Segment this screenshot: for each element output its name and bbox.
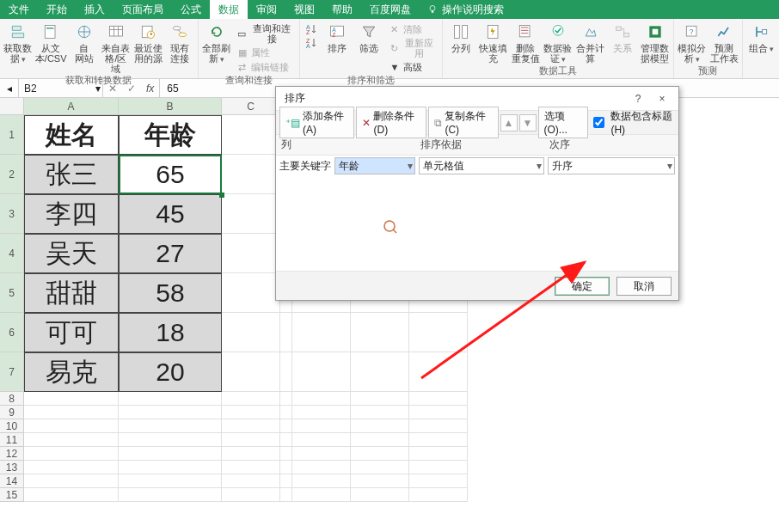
tab-baidu[interactable]: 百度网盘 xyxy=(361,0,420,19)
ok-button[interactable]: 确定 xyxy=(555,277,610,296)
options-button[interactable]: 选项(O)... xyxy=(538,107,589,138)
cell-K10[interactable] xyxy=(292,419,351,433)
cell-A5[interactable]: 甜甜 xyxy=(24,273,119,313)
cell-K13[interactable] xyxy=(292,461,351,474)
cell-A10[interactable] xyxy=(24,419,119,433)
cell-D7[interactable] xyxy=(280,352,292,392)
tab-data[interactable]: 数据 xyxy=(210,0,248,19)
sort-asc-button[interactable]: AZ xyxy=(304,22,319,36)
cell-B1[interactable]: 年龄 xyxy=(119,115,222,155)
cell-C7[interactable] xyxy=(222,352,280,392)
cell-L10[interactable] xyxy=(351,419,409,433)
cell-K7[interactable] xyxy=(292,352,351,392)
cell-K8[interactable] xyxy=(292,392,351,406)
cell-B2[interactable]: 65 xyxy=(119,155,222,194)
col-header-B[interactable]: B xyxy=(119,98,222,115)
row-header-6[interactable]: 6 xyxy=(0,313,24,352)
cell-L9[interactable] xyxy=(351,406,409,419)
row-header-13[interactable]: 13 xyxy=(0,461,24,474)
edit-links-button[interactable]: ⇄编辑链接 xyxy=(235,60,296,74)
accept-formula-icon[interactable]: ✓ xyxy=(122,83,141,95)
col-header-C[interactable]: C xyxy=(222,98,280,115)
cell-B8[interactable] xyxy=(119,392,222,406)
cell-C15[interactable] xyxy=(222,488,280,502)
row-header-3[interactable]: 3 xyxy=(0,194,24,234)
cell-C5[interactable] xyxy=(222,273,280,313)
cell-A1[interactable]: 姓名 xyxy=(24,115,119,155)
tab-pagelayout[interactable]: 页面布局 xyxy=(113,0,172,19)
headers-checkbox[interactable]: 数据包含标题(H) xyxy=(590,109,675,136)
forecast-sheet-button[interactable]: 预测工作表 xyxy=(709,21,739,64)
from-table-button[interactable]: 来自表格/区域 xyxy=(101,21,130,74)
cell-C10[interactable] xyxy=(222,419,280,433)
cell-A15[interactable] xyxy=(24,488,119,502)
cell-L11[interactable] xyxy=(351,433,409,447)
cell-L13[interactable] xyxy=(351,461,409,474)
cell-B3[interactable]: 45 xyxy=(119,194,222,234)
cell-C8[interactable] xyxy=(222,392,280,406)
cell-M11[interactable] xyxy=(409,433,468,447)
queries-connections-button[interactable]: ▭查询和连接 xyxy=(235,22,296,45)
properties-button[interactable]: ▦属性 xyxy=(235,46,296,59)
cell-K14[interactable] xyxy=(292,474,351,488)
cell-A12[interactable] xyxy=(24,447,119,461)
sort-button[interactable]: AZ 排序 xyxy=(322,21,351,53)
cell-M15[interactable] xyxy=(409,488,468,502)
from-csv-button[interactable]: 从文本/CSV xyxy=(35,21,66,64)
tab-file[interactable]: 文件 xyxy=(0,0,38,19)
cell-B5[interactable]: 58 xyxy=(119,273,222,313)
cell-C11[interactable] xyxy=(222,433,280,447)
cell-L15[interactable] xyxy=(351,488,409,502)
data-validation-button[interactable]: 数据验证 xyxy=(543,21,573,64)
cell-D10[interactable] xyxy=(280,419,292,433)
from-web-button[interactable]: 自网站 xyxy=(70,21,98,64)
cell-A13[interactable] xyxy=(24,461,119,474)
cell-M13[interactable] xyxy=(409,461,468,474)
cell-B15[interactable] xyxy=(119,488,222,502)
headers-checkbox-input[interactable] xyxy=(593,117,604,128)
clear-filter-button[interactable]: ✕清除 xyxy=(387,22,439,36)
move-up-button[interactable]: ▲ xyxy=(500,114,518,131)
row-header-1[interactable]: 1 xyxy=(0,115,24,155)
cell-C3[interactable] xyxy=(222,194,280,234)
cell-D13[interactable] xyxy=(280,461,292,474)
cell-C13[interactable] xyxy=(222,461,280,474)
existing-conn-button[interactable]: 现有连接 xyxy=(166,21,194,64)
cell-C12[interactable] xyxy=(222,447,280,461)
cell-B10[interactable] xyxy=(119,419,222,433)
cell-M14[interactable] xyxy=(409,474,468,488)
cell-D11[interactable] xyxy=(280,433,292,447)
select-all-triangle[interactable] xyxy=(0,98,24,115)
group-button[interactable]: 组合 xyxy=(746,21,776,54)
tab-view[interactable]: 视图 xyxy=(285,0,323,19)
cell-A14[interactable] xyxy=(24,474,119,488)
delete-level-button[interactable]: ✕删除条件(D) xyxy=(356,107,426,138)
sort-on-dropdown[interactable]: 单元格值▾ xyxy=(419,157,544,174)
cell-A7[interactable]: 易克 xyxy=(24,352,119,392)
relationships-button[interactable]: 关系 xyxy=(608,21,637,53)
cell-M12[interactable] xyxy=(409,447,468,461)
cell-D8[interactable] xyxy=(280,392,292,406)
sort-desc-button[interactable]: ZA xyxy=(304,36,319,50)
cell-M10[interactable] xyxy=(409,419,468,433)
cell-L14[interactable] xyxy=(351,474,409,488)
ribbon-collapse[interactable]: ◂ xyxy=(0,79,19,97)
whatif-button[interactable]: ?模拟分析 xyxy=(678,21,707,64)
cell-A3[interactable]: 李四 xyxy=(24,194,119,234)
cell-L7[interactable] xyxy=(351,352,409,392)
cell-C1[interactable] xyxy=(222,115,280,155)
cell-C14[interactable] xyxy=(222,474,280,488)
reapply-button[interactable]: ↻重新应用 xyxy=(387,37,439,59)
cell-A6[interactable]: 可可 xyxy=(24,313,119,352)
text-to-columns-button[interactable]: 分列 xyxy=(446,21,475,53)
cell-K15[interactable] xyxy=(292,488,351,502)
refresh-all-button[interactable]: 全部刷新 xyxy=(202,21,231,64)
tab-insert[interactable]: 插入 xyxy=(76,0,113,19)
fill-handle[interactable] xyxy=(219,193,224,198)
row-header-11[interactable]: 11 xyxy=(0,433,24,447)
tell-me-search[interactable]: 操作说明搜索 xyxy=(420,0,511,19)
tab-help[interactable]: 帮助 xyxy=(323,0,361,19)
fx-button[interactable]: fx xyxy=(141,79,160,97)
recent-sources-button[interactable]: 最近使用的源 xyxy=(134,21,163,64)
row-header-10[interactable]: 10 xyxy=(0,419,24,433)
